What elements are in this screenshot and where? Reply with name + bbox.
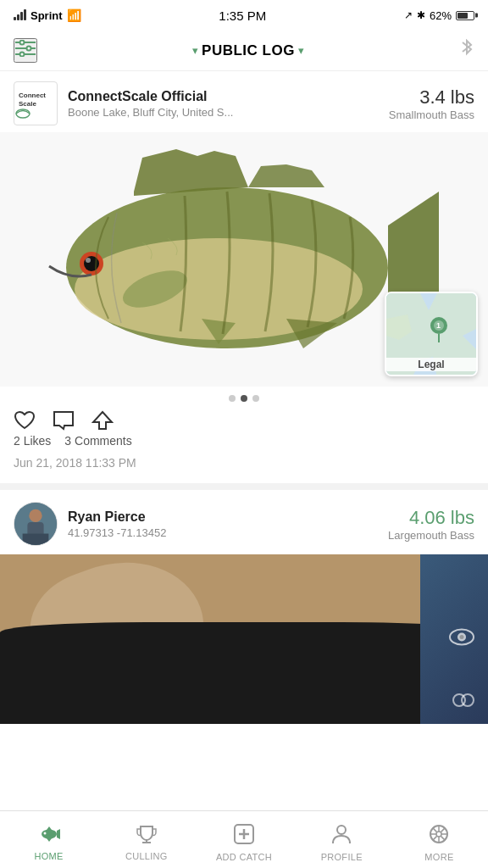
hand-bg: [0, 554, 488, 724]
avatar-img-2: [14, 503, 57, 545]
comment-button[interactable]: [53, 410, 75, 431]
svg-line-48: [441, 837, 446, 841]
nav-more-label: MORE: [424, 852, 453, 862]
map-inner: 1 Legal: [386, 293, 476, 375]
carrier-name: Sprint: [30, 9, 63, 22]
photo-bottom-icon: [452, 692, 474, 714]
avatar-1: Connect Scale: [14, 81, 58, 125]
post-date: Jun 21, 2018 11:33 PM: [0, 454, 488, 483]
svg-point-5: [20, 53, 25, 57]
dot-1: [229, 395, 236, 402]
map-thumbnail[interactable]: 1 Legal: [385, 292, 478, 376]
post-weight-area-1: 3.4 lbs Smallmouth Bass: [389, 86, 474, 121]
svg-point-34: [43, 832, 46, 835]
post-location-1: Boone Lake, Bluff City, United S...: [68, 106, 233, 119]
post-username-2: Ryan Pierce: [68, 509, 166, 525]
svg-rect-26: [23, 534, 49, 545]
dot-3: [252, 395, 259, 402]
header: ▾ PUBLIC LOG ▾: [0, 31, 488, 71]
culling-icon: [136, 825, 157, 849]
svg-point-1: [20, 41, 25, 45]
map-legal-label: Legal: [386, 358, 476, 371]
wifi-icon: 📶: [67, 8, 81, 22]
status-time: 1:35 PM: [219, 8, 266, 23]
post-card-1: Connect Scale ConnectScale Official Boon…: [0, 71, 488, 490]
nav-home[interactable]: HOME: [0, 811, 97, 868]
nav-home-label: HOME: [35, 851, 64, 861]
like-button[interactable]: [14, 410, 36, 431]
svg-point-17: [86, 258, 91, 263]
share-button[interactable]: [92, 410, 114, 431]
svg-point-42: [436, 832, 441, 837]
header-title-area[interactable]: ▾ PUBLIC LOG ▾: [192, 42, 304, 59]
svg-point-32: [42, 830, 57, 839]
svg-text:Scale: Scale: [19, 100, 36, 108]
svg-point-40: [337, 826, 346, 834]
header-title: PUBLIC LOG: [202, 42, 295, 59]
nav-profile[interactable]: PROFILE: [293, 811, 391, 868]
fish-container: 1 Legal: [0, 132, 488, 387]
post-user-info-1: ConnectScale Official Boone Lake, Bluff …: [68, 89, 233, 119]
post-photo-2: [0, 554, 488, 724]
svg-text:Connect: Connect: [19, 92, 46, 99]
status-right: ↗ ✱ 62%: [404, 9, 474, 22]
action-counts: 2 Likes 3 Comments: [0, 432, 488, 454]
signal-icon: [14, 8, 26, 23]
more-icon: [429, 824, 449, 849]
nav-profile-label: PROFILE: [321, 852, 363, 862]
post-header-1: Connect Scale ConnectScale Official Boon…: [0, 71, 488, 132]
post-header-left: Connect Scale ConnectScale Official Boon…: [14, 81, 233, 125]
svg-line-47: [433, 828, 437, 832]
nav-addcatch-label: ADD CATCH: [216, 852, 272, 862]
svg-marker-33: [57, 828, 60, 840]
dark-jacket: [0, 622, 488, 724]
svg-point-31: [462, 694, 474, 706]
svg-marker-22: [93, 412, 112, 429]
nav-more[interactable]: MORE: [391, 811, 488, 868]
avatar-2: [14, 502, 58, 546]
status-bar: Sprint 📶 1:35 PM ↗ ✱ 62%: [0, 0, 488, 31]
filter-button[interactable]: [14, 38, 37, 63]
svg-text:1: 1: [436, 321, 441, 330]
svg-point-24: [29, 509, 42, 522]
add-catch-icon: [234, 824, 254, 849]
location-icon: ↗: [404, 9, 413, 21]
nav-add-catch[interactable]: ADD CATCH: [195, 811, 292, 868]
post-card-2: Ryan Pierce 41.97313 -71.13452 4.06 lbs …: [0, 490, 488, 724]
post-species-1: Smallmouth Bass: [389, 108, 474, 121]
bluetooth-button[interactable]: [459, 39, 474, 62]
post-user-info-2: Ryan Pierce 41.97313 -71.13452: [68, 509, 166, 539]
eye-icon: [449, 626, 474, 653]
dot-2: [241, 395, 247, 402]
slide-dots: [0, 387, 488, 407]
comments-count: 3 Comments: [64, 434, 131, 448]
svg-line-49: [441, 828, 446, 832]
post-species-2: Largemouth Bass: [388, 529, 474, 542]
battery-percent: 62%: [430, 9, 452, 22]
post-coords-2: 41.97313 -71.13452: [68, 526, 166, 539]
bottom-nav: HOME CULLING ADD CATCH: [0, 810, 488, 868]
likes-count: 2 Likes: [14, 434, 51, 448]
post-actions: [0, 407, 488, 432]
post-weight-area-2: 4.06 lbs Largemouth Bass: [388, 507, 474, 542]
post-weight-1: 3.4 lbs: [389, 86, 474, 108]
profile-icon: [332, 824, 351, 849]
svg-point-29: [460, 635, 464, 639]
carrier-signal: Sprint 📶: [14, 8, 81, 23]
post-username-1: ConnectScale Official: [68, 89, 233, 104]
home-icon: [38, 825, 60, 849]
battery-icon: [456, 11, 474, 20]
fish-image-area: 1 Legal: [0, 132, 488, 387]
nav-culling-label: CULLING: [125, 851, 168, 861]
svg-line-50: [433, 837, 437, 841]
chevron-right-icon: ▾: [298, 44, 304, 57]
nav-culling[interactable]: CULLING: [97, 811, 195, 868]
svg-point-3: [27, 47, 31, 51]
post-weight-2: 4.06 lbs: [388, 507, 474, 529]
bluetooth-status-icon: ✱: [417, 9, 425, 21]
chevron-left-icon: ▾: [192, 44, 198, 57]
post-header-2: Ryan Pierce 41.97313 -71.13452 4.06 lbs …: [0, 490, 488, 554]
